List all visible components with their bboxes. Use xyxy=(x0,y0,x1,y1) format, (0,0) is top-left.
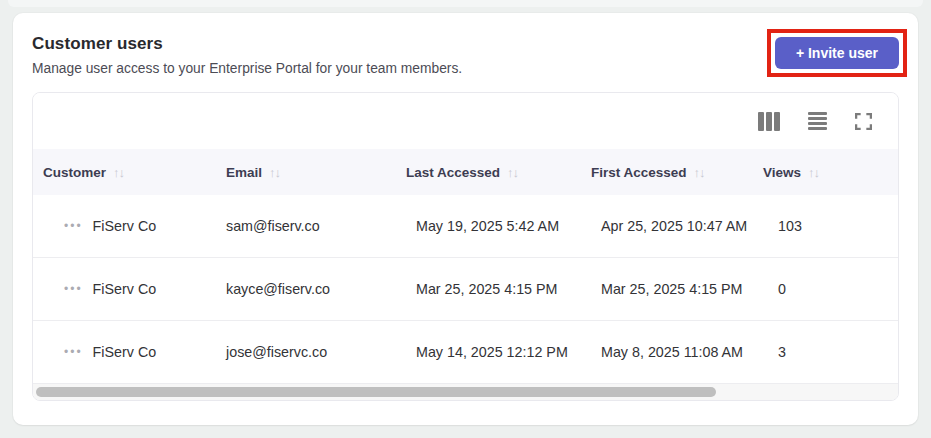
top-strip xyxy=(8,0,923,7)
customer-users-card: Customer users Manage user access to you… xyxy=(13,13,918,425)
views-cell: 103 xyxy=(763,218,898,234)
views-cell: 0 xyxy=(763,281,898,297)
customer-name: FiServ Co xyxy=(93,281,157,297)
first-accessed-cell: Apr 25, 2025 10:47 AM xyxy=(591,218,763,234)
table-row: ••• FiServ Co jose@fiservc.co May 14, 20… xyxy=(33,321,898,384)
card-header: Customer users Manage user access to you… xyxy=(32,34,899,77)
heading-block: Customer users Manage user access to you… xyxy=(32,34,462,76)
customer-cell: ••• FiServ Co xyxy=(43,281,226,297)
column-label: Last Accessed xyxy=(406,165,500,180)
row-density-icon-glyph xyxy=(808,112,827,130)
table-toolbar xyxy=(33,93,898,149)
table-row: ••• FiServ Co sam@fiserv.co May 19, 2025… xyxy=(33,195,898,258)
page-subtitle: Manage user access to your Enterprise Po… xyxy=(32,61,462,76)
column-label: First Accessed xyxy=(591,165,687,180)
last-accessed-cell: May 19, 2025 5:42 AM xyxy=(406,218,591,234)
first-accessed-cell: May 8, 2025 11:08 AM xyxy=(591,344,763,360)
sort-icon: ↑↓ xyxy=(113,165,124,180)
columns-icon[interactable] xyxy=(756,110,782,133)
row-actions-menu-icon[interactable]: ••• xyxy=(64,220,83,232)
sort-icon: ↑↓ xyxy=(269,165,280,180)
email-cell: sam@fiserv.co xyxy=(226,218,406,234)
column-label: Customer xyxy=(43,165,106,180)
users-table: Customer ↑↓ Email ↑↓ Last Accessed ↑↓ Fi… xyxy=(32,92,899,401)
column-label: Views xyxy=(763,165,801,180)
views-cell: 3 xyxy=(763,344,898,360)
email-cell: jose@fiservc.co xyxy=(226,344,406,360)
scrollbar-thumb[interactable] xyxy=(36,387,716,397)
column-header-first-accessed[interactable]: First Accessed ↑↓ xyxy=(591,165,763,180)
row-actions-menu-icon[interactable]: ••• xyxy=(64,283,83,295)
sort-icon: ↑↓ xyxy=(808,165,819,180)
last-accessed-cell: Mar 25, 2025 4:15 PM xyxy=(406,281,591,297)
invite-user-button[interactable]: + Invite user xyxy=(775,37,899,69)
row-actions-menu-icon[interactable]: ••• xyxy=(64,346,83,358)
column-header-email[interactable]: Email ↑↓ xyxy=(226,165,406,180)
column-header-last-accessed[interactable]: Last Accessed ↑↓ xyxy=(406,165,591,180)
customer-name: FiServ Co xyxy=(93,344,157,360)
email-cell: kayce@fiserv.co xyxy=(226,281,406,297)
first-accessed-cell: Mar 25, 2025 4:15 PM xyxy=(591,281,763,297)
customer-name: FiServ Co xyxy=(93,218,157,234)
customer-cell: ••• FiServ Co xyxy=(43,344,226,360)
row-density-icon[interactable] xyxy=(806,110,829,132)
page-title: Customer users xyxy=(32,34,462,54)
column-label: Email xyxy=(226,165,262,180)
annotation-highlight-box: + Invite user xyxy=(767,29,907,77)
customer-cell: ••• FiServ Co xyxy=(43,218,226,234)
fullscreen-icon-glyph xyxy=(855,113,872,130)
column-header-views[interactable]: Views ↑↓ xyxy=(763,165,898,180)
table-header-row: Customer ↑↓ Email ↑↓ Last Accessed ↑↓ Fi… xyxy=(33,149,898,195)
horizontal-scrollbar[interactable] xyxy=(33,384,898,400)
fullscreen-icon[interactable] xyxy=(853,111,874,132)
table-row: ••• FiServ Co kayce@fiserv.co Mar 25, 20… xyxy=(33,258,898,321)
sort-icon: ↑↓ xyxy=(694,165,705,180)
sort-icon: ↑↓ xyxy=(507,165,518,180)
columns-icon-glyph xyxy=(758,112,780,131)
last-accessed-cell: May 14, 2025 12:12 PM xyxy=(406,344,591,360)
column-header-customer[interactable]: Customer ↑↓ xyxy=(43,165,226,180)
